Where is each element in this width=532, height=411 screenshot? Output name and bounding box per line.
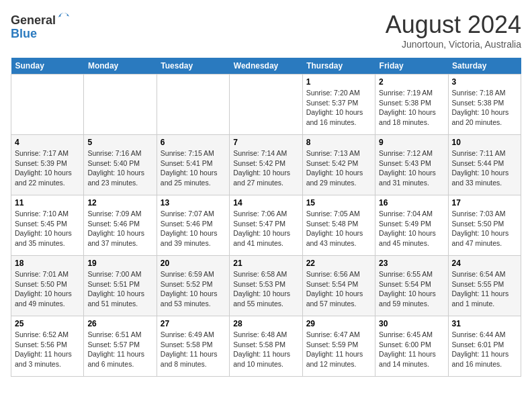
day-number: 4 (15, 138, 80, 147)
day-number: 14 (233, 198, 298, 208)
day-info: Sunrise: 6:59 AMSunset: 5:52 PMDaylight:… (161, 269, 226, 309)
day-info: Sunrise: 7:03 AMSunset: 5:50 PMDaylight:… (452, 209, 517, 248)
calendar-cell: 3Sunrise: 7:18 AMSunset: 5:38 PMDaylight… (448, 75, 521, 135)
day-number: 21 (233, 259, 298, 268)
week-row-2: 4Sunrise: 7:17 AMSunset: 5:39 PMDaylight… (11, 135, 521, 195)
day-info: Sunrise: 6:58 AMSunset: 5:53 PMDaylight:… (233, 269, 298, 309)
day-number: 3 (452, 77, 517, 87)
day-number: 27 (161, 319, 226, 328)
calendar-cell: 27Sunrise: 6:49 AMSunset: 5:58 PMDayligh… (157, 316, 229, 377)
weekday-header-wednesday: Wednesday (230, 58, 302, 75)
day-info: Sunrise: 6:56 AMSunset: 5:54 PMDaylight:… (306, 269, 371, 309)
calendar-cell: 30Sunrise: 6:45 AMSunset: 6:00 PMDayligh… (375, 316, 448, 377)
calendar-cell: 13Sunrise: 7:07 AMSunset: 5:46 PMDayligh… (157, 195, 229, 256)
day-info: Sunrise: 6:51 AMSunset: 5:57 PMDaylight:… (87, 330, 152, 369)
day-info: Sunrise: 7:13 AMSunset: 5:42 PMDaylight:… (306, 148, 371, 188)
day-number: 28 (233, 319, 298, 328)
week-row-1: 1Sunrise: 7:20 AMSunset: 5:37 PMDaylight… (11, 75, 521, 135)
calendar-cell: 1Sunrise: 7:20 AMSunset: 5:37 PMDaylight… (302, 75, 375, 135)
calendar-cell: 6Sunrise: 7:15 AMSunset: 5:41 PMDaylight… (157, 135, 229, 195)
calendar-cell (230, 75, 302, 135)
week-row-5: 25Sunrise: 6:52 AMSunset: 5:56 PMDayligh… (11, 316, 521, 377)
day-number: 10 (452, 138, 517, 147)
day-info: Sunrise: 7:14 AMSunset: 5:42 PMDaylight:… (233, 148, 298, 188)
day-info: Sunrise: 7:17 AMSunset: 5:39 PMDaylight:… (15, 148, 80, 188)
calendar-cell: 4Sunrise: 7:17 AMSunset: 5:39 PMDaylight… (11, 135, 84, 195)
day-number: 26 (87, 319, 152, 328)
day-info: Sunrise: 6:52 AMSunset: 5:56 PMDaylight:… (15, 330, 80, 369)
day-info: Sunrise: 7:12 AMSunset: 5:43 PMDaylight:… (379, 148, 444, 188)
weekday-header-thursday: Thursday (302, 58, 375, 75)
calendar-cell: 22Sunrise: 6:56 AMSunset: 5:54 PMDayligh… (302, 256, 375, 316)
calendar-cell: 10Sunrise: 7:11 AMSunset: 5:44 PMDayligh… (448, 135, 521, 195)
calendar-cell (84, 75, 157, 135)
calendar-cell: 7Sunrise: 7:14 AMSunset: 5:42 PMDaylight… (230, 135, 302, 195)
day-info: Sunrise: 7:20 AMSunset: 5:37 PMDaylight:… (306, 88, 371, 128)
day-info: Sunrise: 7:15 AMSunset: 5:41 PMDaylight:… (161, 148, 226, 188)
weekday-header-sunday: Sunday (11, 58, 84, 75)
weekday-header-friday: Friday (375, 58, 448, 75)
calendar-cell: 8Sunrise: 7:13 AMSunset: 5:42 PMDaylight… (302, 135, 375, 195)
day-info: Sunrise: 6:54 AMSunset: 5:55 PMDaylight:… (452, 269, 517, 309)
day-info: Sunrise: 6:55 AMSunset: 5:54 PMDaylight:… (379, 269, 444, 309)
calendar-cell: 29Sunrise: 6:47 AMSunset: 5:59 PMDayligh… (302, 316, 375, 377)
day-info: Sunrise: 7:19 AMSunset: 5:38 PMDaylight:… (379, 88, 444, 128)
logo: General Blue (11, 11, 71, 41)
day-number: 30 (379, 319, 444, 328)
day-info: Sunrise: 6:47 AMSunset: 5:59 PMDaylight:… (306, 330, 371, 369)
day-number: 11 (15, 198, 80, 208)
weekday-header-tuesday: Tuesday (157, 58, 229, 75)
calendar-cell (157, 75, 229, 135)
day-number: 16 (379, 198, 444, 208)
day-number: 12 (87, 198, 152, 208)
calendar-cell: 15Sunrise: 7:05 AMSunset: 5:48 PMDayligh… (302, 195, 375, 256)
day-number: 23 (379, 259, 444, 268)
day-info: Sunrise: 6:48 AMSunset: 5:58 PMDaylight:… (233, 330, 298, 369)
day-info: Sunrise: 7:11 AMSunset: 5:44 PMDaylight:… (452, 148, 517, 188)
week-row-3: 11Sunrise: 7:10 AMSunset: 5:45 PMDayligh… (11, 195, 521, 256)
day-number: 13 (161, 198, 226, 208)
calendar-cell: 12Sunrise: 7:09 AMSunset: 5:46 PMDayligh… (84, 195, 157, 256)
day-info: Sunrise: 7:10 AMSunset: 5:45 PMDaylight:… (15, 209, 80, 248)
calendar-cell: 11Sunrise: 7:10 AMSunset: 5:45 PMDayligh… (11, 195, 84, 256)
day-number: 20 (161, 259, 226, 268)
day-number: 5 (87, 138, 152, 147)
calendar-cell: 2Sunrise: 7:19 AMSunset: 5:38 PMDaylight… (375, 75, 448, 135)
logo-blue: Blue (11, 27, 37, 40)
calendar-cell: 25Sunrise: 6:52 AMSunset: 5:56 PMDayligh… (11, 316, 84, 377)
weekday-header-monday: Monday (84, 58, 157, 75)
day-number: 6 (161, 138, 226, 147)
calendar-cell: 24Sunrise: 6:54 AMSunset: 5:55 PMDayligh… (448, 256, 521, 316)
day-number: 25 (15, 319, 80, 328)
day-number: 18 (15, 259, 80, 268)
day-number: 7 (233, 138, 298, 147)
calendar-cell: 5Sunrise: 7:16 AMSunset: 5:40 PMDaylight… (84, 135, 157, 195)
weekday-header-row: SundayMondayTuesdayWednesdayThursdayFrid… (11, 58, 521, 75)
day-info: Sunrise: 7:09 AMSunset: 5:46 PMDaylight:… (87, 209, 152, 248)
day-info: Sunrise: 7:05 AMSunset: 5:48 PMDaylight:… (306, 209, 371, 248)
day-info: Sunrise: 7:00 AMSunset: 5:51 PMDaylight:… (87, 269, 152, 309)
day-info: Sunrise: 7:06 AMSunset: 5:47 PMDaylight:… (233, 209, 298, 248)
day-info: Sunrise: 7:04 AMSunset: 5:49 PMDaylight:… (379, 209, 444, 248)
weekday-header-saturday: Saturday (448, 58, 521, 75)
day-number: 19 (87, 259, 152, 268)
calendar-cell: 21Sunrise: 6:58 AMSunset: 5:53 PMDayligh… (230, 256, 302, 316)
calendar-cell: 23Sunrise: 6:55 AMSunset: 5:54 PMDayligh… (375, 256, 448, 316)
calendar-cell: 19Sunrise: 7:00 AMSunset: 5:51 PMDayligh… (84, 256, 157, 316)
logo-general: General (11, 13, 56, 27)
calendar-cell: 14Sunrise: 7:06 AMSunset: 5:47 PMDayligh… (230, 195, 302, 256)
day-number: 1 (306, 77, 371, 87)
calendar-cell: 20Sunrise: 6:59 AMSunset: 5:52 PMDayligh… (157, 256, 229, 316)
calendar-cell: 18Sunrise: 7:01 AMSunset: 5:50 PMDayligh… (11, 256, 84, 316)
day-info: Sunrise: 6:44 AMSunset: 6:01 PMDaylight:… (452, 330, 517, 369)
calendar-cell: 26Sunrise: 6:51 AMSunset: 5:57 PMDayligh… (84, 316, 157, 377)
day-info: Sunrise: 7:07 AMSunset: 5:46 PMDaylight:… (161, 209, 226, 248)
day-number: 22 (306, 259, 371, 268)
page-header: General Blue August 2024 Junortoun, Vict… (11, 11, 521, 50)
title-block: August 2024 Junortoun, Victoria, Austral… (386, 11, 521, 50)
day-number: 8 (306, 138, 371, 147)
day-info: Sunrise: 7:01 AMSunset: 5:50 PMDaylight:… (15, 269, 80, 309)
day-number: 17 (452, 198, 517, 208)
day-number: 29 (306, 319, 371, 328)
location: Junortoun, Victoria, Australia (386, 39, 521, 50)
